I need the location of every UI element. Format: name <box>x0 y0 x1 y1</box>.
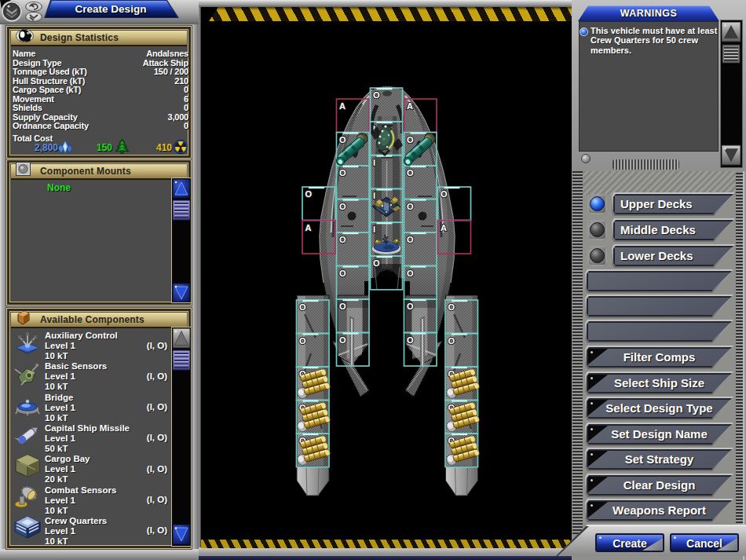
svg-text:A: A <box>407 101 413 111</box>
svg-text:O: O <box>448 302 455 312</box>
svg-text:I: I <box>373 158 375 167</box>
svg-text:O: O <box>407 202 414 211</box>
svg-text:O: O <box>407 269 414 278</box>
svg-text:O: O <box>339 202 346 211</box>
svg-text:O: O <box>339 135 346 145</box>
svg-text:O: O <box>339 168 346 178</box>
svg-text:I: I <box>373 225 375 234</box>
svg-text:O: O <box>441 189 448 199</box>
svg-text:A: A <box>441 223 447 232</box>
svg-text:O: O <box>299 336 306 346</box>
svg-text:O: O <box>373 258 380 268</box>
svg-text:I: I <box>373 191 375 200</box>
svg-text:O: O <box>339 302 346 311</box>
svg-text:O: O <box>407 135 414 145</box>
svg-text:O: O <box>407 302 414 311</box>
svg-text:O: O <box>407 235 414 244</box>
svg-text:A: A <box>339 101 346 111</box>
svg-text:O: O <box>407 335 414 345</box>
svg-text:O: O <box>305 189 313 199</box>
svg-text:O: O <box>339 269 346 278</box>
svg-text:O: O <box>299 302 306 312</box>
svg-text:O: O <box>407 168 414 178</box>
svg-text:O: O <box>339 235 346 244</box>
svg-text:O: O <box>373 90 380 100</box>
svg-text:O: O <box>339 335 346 345</box>
svg-text:A: A <box>305 223 312 232</box>
svg-text:O: O <box>448 336 455 346</box>
